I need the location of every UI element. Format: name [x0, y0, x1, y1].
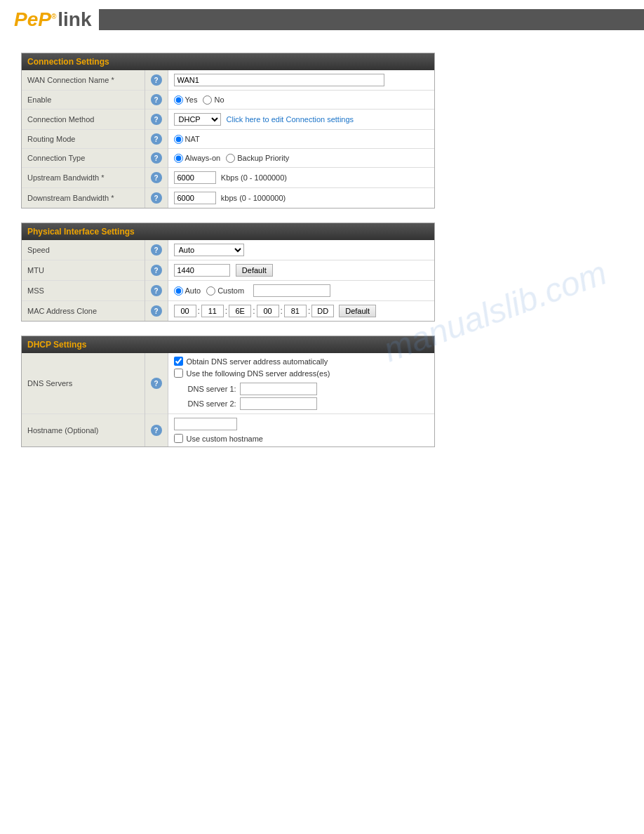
physical-interface-header: Physical Interface Settings: [22, 223, 434, 240]
hostname-help-icon[interactable]: ?: [151, 425, 162, 436]
mtu-default-button[interactable]: Default: [236, 264, 273, 277]
downstream-unit: kbps (0 - 1000000): [221, 194, 286, 202]
hostname-input[interactable]: [174, 418, 237, 430]
connection-method-help-cell: ?: [145, 110, 168, 130]
upstream-help-cell: ?: [145, 168, 168, 188]
dns-servers-label: DNS Servers: [22, 353, 145, 414]
enable-yes-label[interactable]: Yes: [174, 95, 198, 105]
speed-help-icon[interactable]: ?: [151, 244, 162, 256]
dns1-input[interactable]: [240, 383, 317, 395]
connection-type-row: Connection Type ? Always-on Backup Prior…: [22, 149, 434, 168]
custom-hostname-label[interactable]: Use custom hostname: [174, 434, 429, 443]
hostname-label: Hostname (Optional): [22, 414, 145, 447]
connection-method-help-icon[interactable]: ?: [151, 114, 162, 125]
obtain-dns-checkbox[interactable]: [174, 357, 183, 366]
mac-help-icon[interactable]: ?: [151, 305, 162, 317]
upstream-help-icon[interactable]: ?: [151, 172, 162, 183]
connection-method-inner: DHCP Static IP PPPoE Click here to edit …: [174, 113, 429, 126]
dns-servers-help-icon[interactable]: ?: [151, 378, 162, 389]
mac-octet-5[interactable]: [284, 305, 307, 317]
routing-nat-label[interactable]: NAT: [174, 135, 200, 144]
mac-row: MAC Address Clone ? : : : :: [22, 301, 434, 322]
always-on-label[interactable]: Always-on: [174, 154, 221, 163]
physical-interface-section: Physical Interface Settings Speed ? Auto…: [21, 223, 435, 322]
use-following-dns-checkbox[interactable]: [174, 369, 183, 378]
connection-settings-section: Connection Settings WAN Connection Name …: [21, 53, 435, 208]
physical-interface-table: Speed ? Auto 10M Half 10M Full 100M Half…: [22, 240, 434, 321]
mac-octet-6[interactable]: [311, 305, 334, 317]
routing-nat-radio[interactable]: [174, 135, 183, 144]
speed-label: Speed: [22, 240, 145, 260]
downstream-label: Downstream Bandwidth *: [22, 188, 145, 208]
mac-sep-4: :: [281, 306, 283, 316]
mac-label: MAC Address Clone: [22, 301, 145, 322]
speed-row: Speed ? Auto 10M Half 10M Full 100M Half…: [22, 240, 434, 260]
mac-sep-3: :: [253, 306, 255, 316]
mss-help-icon[interactable]: ?: [151, 285, 162, 296]
use-following-dns-label[interactable]: Use the following DNS server address(es): [174, 369, 429, 378]
logo-link: link: [58, 8, 91, 31]
dns2-input[interactable]: [240, 397, 317, 410]
mac-octet-2[interactable]: [201, 305, 224, 317]
use-following-dns-text: Use the following DNS server address(es): [187, 369, 330, 378]
connection-method-row: Connection Method ? DHCP Static IP PPPoE…: [22, 110, 434, 130]
mss-custom-radio[interactable]: [206, 286, 215, 296]
mtu-input[interactable]: [174, 264, 230, 277]
routing-mode-help-icon[interactable]: ?: [151, 133, 162, 145]
routing-mode-row: Routing Mode ? NAT: [22, 130, 434, 149]
upstream-label: Upstream Bandwidth *: [22, 168, 145, 188]
downstream-input[interactable]: [174, 192, 216, 204]
wan-name-input[interactable]: [174, 74, 384, 86]
wan-name-help-icon[interactable]: ?: [151, 74, 162, 86]
downstream-help-icon[interactable]: ?: [151, 192, 162, 204]
mss-help-cell: ?: [145, 281, 168, 301]
mac-octet-3[interactable]: [229, 305, 251, 317]
enable-help-icon[interactable]: ?: [151, 94, 162, 105]
enable-no-radio[interactable]: [203, 95, 212, 105]
dns1-row: DNS server 1:: [188, 383, 429, 395]
always-on-radio[interactable]: [174, 154, 183, 163]
enable-no-label[interactable]: No: [203, 95, 224, 105]
mss-custom-label[interactable]: Custom: [206, 286, 244, 296]
dns-checkbox-group: Obtain DNS server address automatically …: [174, 357, 429, 410]
connection-method-label: Connection Method: [22, 110, 145, 130]
connection-method-select[interactable]: DHCP Static IP PPPoE: [174, 113, 221, 126]
dhcp-settings-header: DHCP Settings: [22, 336, 434, 353]
hostname-value-cell: Use custom hostname: [168, 414, 434, 447]
obtain-dns-label[interactable]: Obtain DNS server address automatically: [174, 357, 429, 366]
dns-servers-row: DNS Servers ? Obtain DNS server address …: [22, 353, 434, 414]
mss-radio-group: Auto Custom: [174, 284, 429, 297]
connection-type-value-cell: Always-on Backup Priority: [168, 149, 434, 168]
mac-default-button[interactable]: Default: [339, 305, 376, 317]
mac-octet-1[interactable]: [174, 305, 196, 317]
mss-auto-radio[interactable]: [174, 286, 183, 296]
upstream-input[interactable]: [174, 171, 216, 184]
upstream-value-cell: Kbps (0 - 1000000): [168, 168, 434, 188]
enable-help-cell: ?: [145, 91, 168, 110]
custom-hostname-text: Use custom hostname: [187, 435, 263, 443]
mac-sep-1: :: [198, 306, 200, 316]
dhcp-settings-section: DHCP Settings DNS Servers ? Obtain DNS s…: [21, 336, 435, 447]
backup-priority-radio[interactable]: [226, 154, 235, 163]
mac-value-cell: : : : : : Default: [168, 301, 434, 322]
wan-name-row: WAN Connection Name * ?: [22, 70, 434, 91]
wan-name-help-cell: ?: [145, 70, 168, 91]
backup-priority-label[interactable]: Backup Priority: [226, 154, 289, 163]
speed-select[interactable]: Auto 10M Half 10M Full 100M Half 100M Fu…: [174, 244, 244, 256]
mss-auto-label[interactable]: Auto: [174, 286, 201, 296]
routing-mode-value-cell: NAT: [168, 130, 434, 149]
mss-custom-input[interactable]: [253, 284, 330, 297]
connection-settings-header: Connection Settings: [22, 53, 434, 70]
mac-help-cell: ?: [145, 301, 168, 322]
mtu-help-icon[interactable]: ?: [151, 265, 162, 276]
mss-value-cell: Auto Custom: [168, 281, 434, 301]
edit-connection-link[interactable]: Click here to edit Connection settings: [227, 115, 354, 124]
downstream-value-cell: kbps (0 - 1000000): [168, 188, 434, 208]
custom-hostname-checkbox[interactable]: [174, 434, 183, 443]
custom-hostname-container: Use custom hostname: [174, 434, 429, 443]
mac-octet-4[interactable]: [257, 305, 279, 317]
enable-yes-radio[interactable]: [174, 95, 183, 105]
connection-type-help-icon[interactable]: ?: [151, 152, 162, 164]
connection-type-label: Connection Type: [22, 149, 145, 168]
enable-value-cell: Yes No: [168, 91, 434, 110]
